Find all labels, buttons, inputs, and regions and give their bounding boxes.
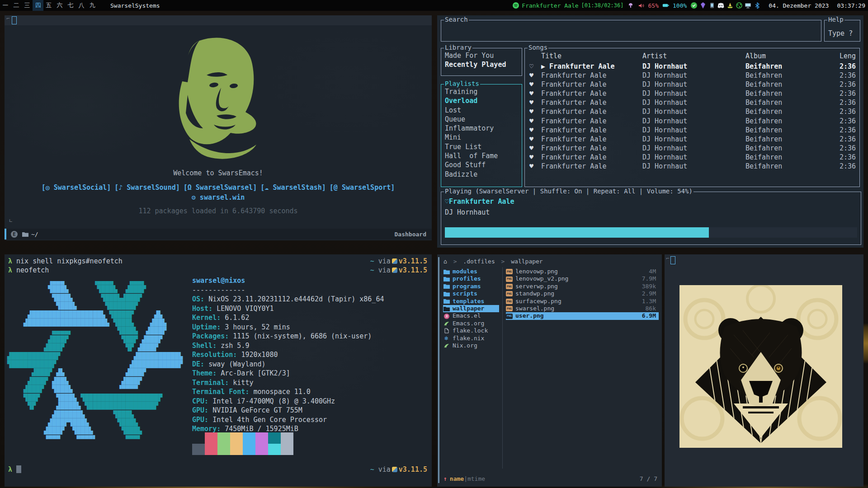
song-row[interactable]: ♡▶ Frankfurter AaleDJ HornhautBeifahren2… (525, 62, 859, 71)
dir-list-item[interactable]: Emacs.org (443, 320, 499, 327)
breadcrumb-part[interactable]: wallpaper (511, 258, 542, 265)
workspace-8[interactable]: 八 (76, 0, 87, 11)
file-list-item[interactable]: PNGuser.png6.9M (506, 312, 659, 319)
heart-icon: ♥ (529, 153, 533, 162)
volume-icon[interactable] (638, 2, 645, 9)
dir-list-item[interactable]: Nix.org (443, 342, 499, 349)
file-list-item[interactable]: PNGlenovowp_v2.png7.9M (506, 275, 659, 282)
playlist-item[interactable]: Good Stuff (445, 160, 520, 169)
tray-icon-purple[interactable] (627, 2, 634, 9)
playlist-item[interactable]: Training (445, 87, 520, 96)
song-title: Frankfurter Aale (541, 98, 607, 107)
playlist-item[interactable]: Queue (445, 115, 520, 124)
heart-outline-icon: ♡ (529, 62, 533, 71)
playlist-item[interactable]: Overload (445, 96, 520, 105)
hat-icon[interactable] (726, 2, 733, 9)
folder-icon (443, 299, 450, 304)
neofetch-user-host: swarsel@nixos (192, 276, 384, 286)
song-row[interactable]: ♥Frankfurter AaleDJ HornhautBeifahren2:3… (525, 117, 859, 126)
playlist-item[interactable]: Lost (445, 106, 520, 115)
search-panel-title: Search (444, 16, 469, 23)
file-list-item[interactable]: PNGsurfacewp.png1.3M (506, 298, 659, 305)
dir-list-item[interactable]: modules (443, 268, 499, 275)
dir-list-item[interactable]: templates (443, 298, 499, 305)
org-file-icon (443, 343, 450, 348)
dir-list-item[interactable]: programs (443, 283, 499, 290)
dashboard-link-swarselsound[interactable]: [♪ SwarselSound] (114, 183, 180, 192)
playlist-item[interactable]: Inflammatory (445, 124, 520, 133)
gem-icon[interactable] (699, 2, 706, 9)
shell-prompt[interactable]: λ (8, 465, 21, 474)
emacs-dashboard-window: ⌐ ∟ Welcome to SwarsEmacs! [◎ SwarselSoc… (5, 15, 432, 240)
breadcrumb-part[interactable]: .dotfiles (463, 258, 495, 265)
file-list-item[interactable]: PNGlenovowp.png4M (506, 268, 659, 275)
song-row[interactable]: ♥Frankfurter AaleDJ HornhautBeifahren2:3… (525, 162, 859, 171)
song-album: Beifahren (745, 117, 782, 126)
dashboard-link-swarselsport[interactable]: [@ SwarselSport] (330, 183, 395, 192)
terminal-window[interactable]: λ nix shell nixpkgs#neofetch ~ viav3.11.… (5, 254, 432, 487)
file-list-item[interactable]: PNGstandwp.png2.9M (506, 290, 659, 297)
dashboard-link-swarselstash[interactable]: [☁ SwarselStash] (260, 183, 326, 192)
library-item[interactable]: Made For You (445, 51, 520, 60)
dir-list-item[interactable]: wallpaper (443, 305, 499, 312)
song-row[interactable]: ♥Frankfurter AaleDJ HornhautBeifahren2:3… (525, 89, 859, 98)
song-title: Frankfurter Aale (541, 126, 607, 135)
phone-icon[interactable] (708, 2, 715, 9)
nixos-ascii-logo: ▗▄▄▄ ▗▄▄▄▄ ▄▄▄▖ ▜███▙ ▜███▙ ▟███▛ ▜███▙ … (7, 277, 183, 443)
song-row[interactable]: ♥Frankfurter AaleDJ HornhautBeifahren2:3… (525, 107, 859, 116)
workspace-3[interactable]: 三 (22, 0, 33, 11)
library-item[interactable]: Recently Played (445, 60, 520, 69)
song-row[interactable]: ♥Frankfurter AaleDJ HornhautBeifahren2:3… (525, 144, 859, 153)
file-list-item[interactable]: PNGswarsel.png86k (506, 305, 659, 312)
playlist-item[interactable]: Badizzle (445, 170, 520, 179)
workspace-1[interactable]: 一 (0, 0, 11, 11)
workspace-4[interactable]: 四 (33, 0, 43, 11)
dir-list-item[interactable]: profiles (443, 275, 499, 282)
syncthing-icon[interactable] (736, 2, 742, 9)
python-icon (392, 267, 397, 273)
display-icon[interactable] (745, 2, 751, 9)
search-panel[interactable]: Search (441, 20, 821, 42)
sort-key[interactable]: name (450, 475, 464, 482)
prompt-lambda: λ (8, 266, 16, 274)
song-row[interactable]: ♥Frankfurter AaleDJ HornhautBeifahren2:3… (525, 126, 859, 135)
modeline-path: ~/ (31, 231, 38, 238)
heart-icon: ♥ (529, 162, 533, 171)
workspace-5[interactable]: 五 (43, 0, 54, 11)
song-row[interactable]: ♥Frankfurter AaleDJ HornhautBeifahren2:3… (525, 98, 859, 107)
file-list-item[interactable]: PNGserverwp.png389k (506, 283, 659, 290)
packages-loaded-info: 112 packages loaded in 6.643790 seconds (5, 207, 432, 215)
directory-pane: modulesprofilesprogramsscriptstemplatesw… (443, 268, 499, 349)
workspace-2[interactable]: 二 (11, 0, 22, 11)
workspace-9[interactable]: 九 (87, 0, 98, 11)
discord-icon[interactable] (717, 2, 724, 9)
palette-swatch (243, 444, 255, 455)
playback-progress-bar[interactable] (445, 227, 857, 238)
right-prompt: ~ viav3.11.5 (370, 465, 427, 474)
check-circle-icon[interactable] (690, 2, 697, 9)
sort-alt-key[interactable]: |mtime (464, 475, 485, 482)
dashboard-link-swarselswarsel[interactable]: [Ω SwarselSwarsel] (184, 183, 257, 192)
battery-icon[interactable] (662, 2, 669, 9)
playlist-item[interactable]: Mini (445, 133, 520, 142)
dir-list-item[interactable]: flake.lock (443, 327, 499, 334)
song-row[interactable]: ♥Frankfurter AaleDJ HornhautBeifahren2:3… (525, 80, 859, 89)
dir-list-item[interactable]: ❄flake.nix (443, 335, 499, 342)
dir-list-item[interactable]: Emacs.el (443, 312, 499, 319)
song-length: 2:36 (840, 107, 856, 116)
dir-list-item[interactable]: scripts (443, 290, 499, 297)
playlist-item[interactable]: True List (445, 142, 520, 151)
workspace-7[interactable]: 七 (65, 0, 76, 11)
neofetch-field: Resolution: 868x488 (192, 350, 384, 360)
song-row[interactable]: ♥Frankfurter AaleDJ HornhautBeifahren2:3… (525, 71, 859, 80)
song-row[interactable]: ♥Frankfurter AaleDJ HornhautBeifahren2:3… (525, 135, 859, 144)
dashboard-link-swarselsocial[interactable]: [◎ SwarselSocial] (42, 183, 111, 192)
now-playing-widget[interactable]: Frankfurter Aale [01:38/02:36] (512, 2, 623, 9)
song-row[interactable]: ♥Frankfurter AaleDJ HornhautBeifahren2:3… (525, 153, 859, 162)
workspace-6[interactable]: 六 (54, 0, 65, 11)
bluetooth-icon[interactable] (754, 2, 760, 9)
dashboard-site-link[interactable]: ⚙ swarsel.win (5, 193, 432, 202)
playlist-item[interactable]: Hall of Fame (445, 151, 520, 160)
song-length: 2:36 (840, 126, 856, 135)
file-size: 389k (642, 283, 659, 290)
